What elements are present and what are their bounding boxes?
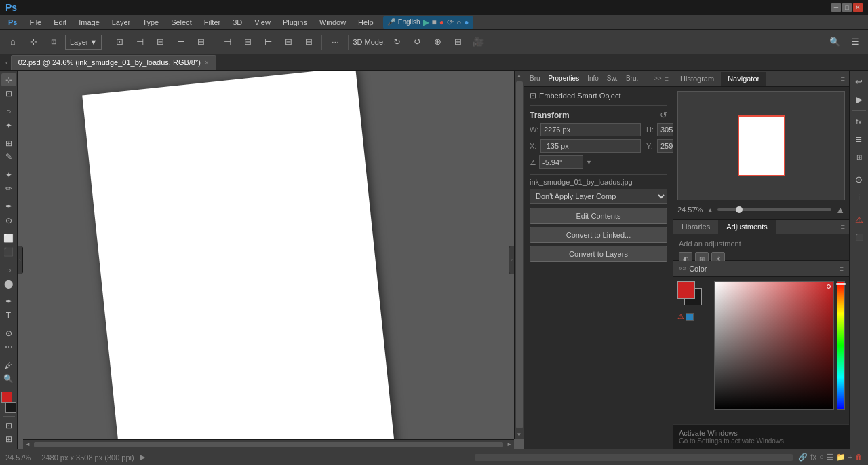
layer-comp-select[interactable]: Don't Apply Layer Comp [530, 189, 667, 204]
top-panel-menu-btn[interactable]: ≡ [837, 73, 849, 84]
navigator-zoom-slider[interactable] [717, 208, 831, 211]
bottom-icon-link[interactable]: 🔗 [798, 453, 808, 462]
3d-slide[interactable]: ⊞ [449, 33, 467, 51]
tool-lasso[interactable]: ○ [1, 105, 16, 118]
home-button[interactable]: ⌂ [4, 33, 22, 51]
tool-gradient[interactable]: ⬛ [1, 246, 16, 259]
hue-slider[interactable] [837, 281, 845, 410]
align-option-1[interactable]: ⊡ [111, 33, 128, 51]
distribute-option-3[interactable]: ⊢ [259, 33, 277, 51]
bottom-icon-layers2[interactable]: ☰ [827, 453, 833, 462]
workspace-button[interactable]: ☰ [846, 33, 864, 51]
minimize-button[interactable]: ─ [831, 3, 841, 12]
tool-hand[interactable]: 🖊 [1, 358, 16, 371]
document-tab[interactable]: 02.psd @ 24.6% (ink_smudge_01_by_loadus,… [11, 55, 216, 70]
distribute-option-2[interactable]: ⊟ [239, 33, 256, 51]
scroll-right-btn[interactable]: ► [505, 440, 514, 449]
tool-pen[interactable]: ✒ [1, 295, 16, 308]
align-center[interactable]: ⊟ [151, 33, 169, 51]
tab-scroll-left[interactable]: ‹ [3, 58, 11, 67]
menu-view[interactable]: View [249, 17, 276, 28]
side-icon-history[interactable]: ↩ [851, 73, 867, 90]
distribute-option-4[interactable]: ⊟ [279, 33, 297, 51]
menu-file[interactable]: File [24, 17, 47, 28]
color-gradient-picker[interactable] [714, 281, 834, 410]
3d-roll[interactable]: ↺ [408, 33, 426, 51]
more-options-btn[interactable]: ··· [326, 33, 344, 51]
side-icon-fx[interactable]: fx [851, 113, 867, 130]
tool-eyedropper[interactable]: ✎ [1, 151, 16, 164]
tab-close-btn[interactable]: × [205, 59, 209, 67]
background-color-swatch[interactable] [5, 402, 16, 413]
side-icon-actions[interactable]: ⊙ [851, 171, 867, 187]
tool-dodge[interactable]: ⬤ [1, 277, 16, 290]
menu-filter[interactable]: Filter [199, 17, 226, 28]
color-expand-icon[interactable]: «» [679, 265, 686, 272]
scroll-down-btn[interactable]: ▼ [515, 430, 524, 439]
menu-plugins[interactable]: Plugins [277, 17, 313, 28]
bottom-icon-fx2[interactable]: fx [810, 453, 816, 462]
scroll-left-btn[interactable]: ◄ [23, 440, 33, 449]
scroll-track-v[interactable] [516, 81, 523, 428]
scroll-up-btn[interactable]: ▲ [515, 71, 524, 80]
menu-ps[interactable]: Ps [3, 17, 22, 28]
tool-quick-mask[interactable]: ⊡ [1, 419, 16, 432]
distribute-option-1[interactable]: ⊣ [218, 33, 236, 51]
edit-contents-button[interactable]: Edit Contents [530, 208, 667, 224]
side-icon-warning2[interactable]: ⬛ [851, 229, 867, 245]
convert-to-layers-button[interactable]: Convert to Layers [530, 246, 667, 262]
tool-marquee[interactable]: ⊡ [1, 87, 16, 100]
tab-adjustments[interactable]: Adjustments [718, 220, 776, 234]
tool-shape[interactable]: ⋯ [1, 341, 16, 354]
menu-type[interactable]: Type [137, 17, 164, 28]
tab-histogram[interactable]: Histogram [673, 72, 721, 86]
tab-bru2[interactable]: Bru. [622, 73, 642, 83]
tool-history[interactable]: ⊙ [1, 214, 16, 227]
tool-screen-mode[interactable]: ⊞ [1, 433, 16, 446]
side-icon-play[interactable]: ▶ [851, 91, 867, 107]
color-panel-menu-btn[interactable]: ≡ [840, 265, 844, 273]
angle-dropdown-btn[interactable]: ▼ [586, 159, 592, 166]
lib-adj-menu-btn[interactable]: ≡ [837, 220, 849, 234]
mic-btn2[interactable]: ■ [432, 18, 437, 27]
tool-lasso-alt[interactable]: ✦ [1, 119, 16, 132]
foreground-color-swatch[interactable] [1, 392, 12, 403]
collapse-left-handle[interactable]: ‹ [18, 246, 23, 274]
foreground-color-picker[interactable] [677, 281, 695, 299]
width-input[interactable] [540, 123, 641, 136]
menu-select[interactable]: Select [165, 17, 197, 28]
bottom-icon-delete[interactable]: 🗑 [855, 453, 863, 462]
convert-to-linked-button[interactable]: Convert to Linked... [530, 227, 667, 243]
transform-reset-btn[interactable]: ↺ [660, 110, 667, 120]
3d-scale[interactable]: 🎥 [469, 33, 487, 51]
main-horizontal-scroll[interactable] [475, 454, 793, 461]
tool-clone[interactable]: ✒ [1, 200, 16, 213]
menu-image[interactable]: Image [73, 17, 105, 28]
bottom-icon-add[interactable]: + [848, 453, 852, 462]
tab-navigator[interactable]: Navigator [721, 72, 766, 86]
menu-help[interactable]: Help [353, 17, 379, 28]
tool-text[interactable]: T [1, 309, 16, 322]
bottom-icon-circle[interactable]: ○ [819, 453, 824, 462]
tool-move[interactable]: ⊹ [1, 73, 16, 86]
tool-zoom[interactable]: 🔍 [1, 372, 16, 385]
distribute-option-5[interactable]: ⊟ [300, 33, 317, 51]
status-arrow[interactable]: ▶ [140, 453, 145, 462]
close-button[interactable]: ✕ [853, 3, 863, 12]
x-input[interactable] [540, 139, 641, 153]
tool-blur[interactable]: ○ [1, 263, 16, 276]
layer-dropdown[interactable]: Layer ▼ [65, 35, 102, 50]
horizontal-scrollbar[interactable]: ◄ ► [23, 439, 514, 449]
side-icon-channels[interactable]: ⊞ [851, 149, 867, 165]
align-right[interactable]: ⊢ [172, 33, 189, 51]
tool-crop[interactable]: ⊞ [1, 136, 16, 149]
menu-edit[interactable]: Edit [48, 17, 72, 28]
tab-bru[interactable]: Bru [526, 73, 545, 83]
3d-rotate[interactable]: ↻ [388, 33, 406, 51]
vertical-scrollbar[interactable]: ▲ ▼ [514, 71, 524, 439]
align-left[interactable]: ⊣ [131, 33, 149, 51]
tab-libraries[interactable]: Libraries [673, 220, 718, 234]
3d-pan[interactable]: ⊕ [429, 33, 446, 51]
tab-sw[interactable]: Sw. [603, 73, 622, 83]
scroll-track-h[interactable] [34, 442, 503, 447]
